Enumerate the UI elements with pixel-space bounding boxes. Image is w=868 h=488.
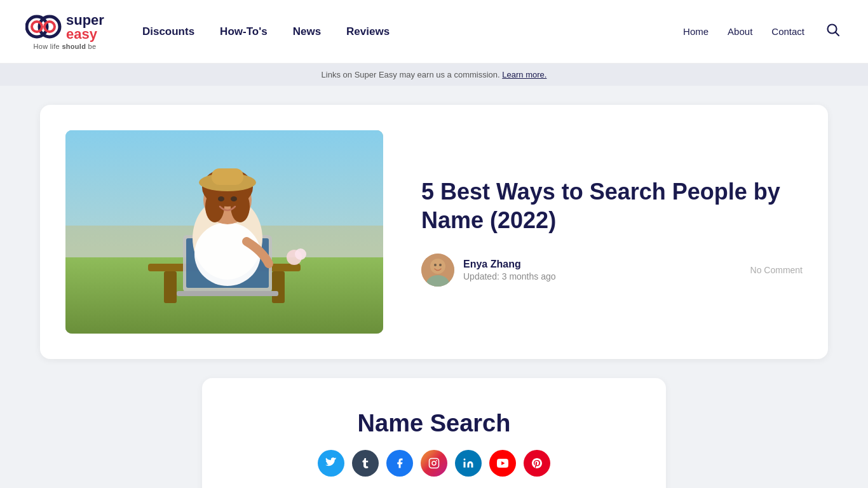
no-comment: No Comment <box>750 265 803 275</box>
svg-point-26 <box>295 248 306 260</box>
facebook-icon[interactable] <box>386 450 413 477</box>
svg-point-24 <box>231 196 237 201</box>
nav-home[interactable]: Home <box>683 26 709 37</box>
logo-circles <box>25 13 64 41</box>
nav-reviews[interactable]: Reviews <box>346 25 390 38</box>
affiliate-text: Links on Super Easy may earn us a commis… <box>322 70 500 79</box>
svg-point-28 <box>430 259 445 274</box>
nav-about[interactable]: About <box>728 26 752 37</box>
youtube-icon[interactable] <box>489 450 516 477</box>
svg-rect-14 <box>177 291 278 296</box>
main-content: 5 Best Ways to Search People by Name (20… <box>21 105 847 488</box>
logo-easy-text: easy <box>66 27 104 41</box>
affiliate-link[interactable]: Learn more. <box>502 70 546 79</box>
svg-point-23 <box>218 196 224 201</box>
article-image <box>65 130 383 334</box>
author-updated: Updated: 3 months ago <box>463 271 742 281</box>
pinterest-icon[interactable] <box>524 450 550 477</box>
article-info: 5 Best Ways to Search People by Name (20… <box>421 177 803 287</box>
nav-news[interactable]: News <box>293 25 321 38</box>
svg-rect-32 <box>430 459 439 468</box>
logo-tagline: How life should be <box>33 43 96 50</box>
article-card: 5 Best Ways to Search People by Name (20… <box>40 105 828 359</box>
linkedin-icon[interactable] <box>455 450 482 477</box>
svg-point-31 <box>439 264 442 266</box>
logo-super-text: super <box>66 13 104 27</box>
svg-point-30 <box>434 264 437 266</box>
affiliate-banner: Links on Super Easy may earn us a commis… <box>0 64 868 86</box>
svg-rect-22 <box>212 168 243 185</box>
svg-point-33 <box>432 461 436 465</box>
social-icons-row <box>227 450 641 477</box>
author-name: Enya Zhang <box>463 259 742 270</box>
right-nav: Home About Contact <box>683 20 843 43</box>
nav-howtos[interactable]: How-To's <box>220 25 268 38</box>
svg-point-20 <box>231 191 250 222</box>
instagram-icon[interactable] <box>421 450 447 477</box>
site-header: super easy How life should be Discounts … <box>0 0 868 64</box>
main-nav: Discounts How-To's News Reviews <box>142 25 683 38</box>
logo-text: super easy <box>66 13 104 41</box>
svg-point-35 <box>464 459 466 461</box>
svg-rect-10 <box>164 271 177 303</box>
twitter-icon[interactable] <box>318 450 344 477</box>
svg-point-16 <box>194 222 261 286</box>
author-row: Enya Zhang Updated: 3 months ago No Comm… <box>421 254 803 287</box>
author-avatar <box>421 254 454 287</box>
name-search-title: Name Search <box>227 410 641 437</box>
svg-line-5 <box>836 32 839 36</box>
article-title: 5 Best Ways to Search People by Name (20… <box>421 177 803 234</box>
svg-point-34 <box>436 460 437 461</box>
article-scene <box>65 130 383 334</box>
logo-icon-group: super easy <box>25 13 104 41</box>
site-logo[interactable]: super easy How life should be <box>25 13 104 50</box>
nav-discounts[interactable]: Discounts <box>142 25 194 38</box>
nav-contact[interactable]: Contact <box>771 26 804 37</box>
svg-point-19 <box>205 191 224 222</box>
name-search-section: Name Search Find contac <box>202 378 666 488</box>
search-button[interactable] <box>824 20 843 43</box>
tumblr-icon[interactable] <box>352 450 379 477</box>
author-details: Enya Zhang Updated: 3 months ago <box>463 259 742 281</box>
svg-rect-11 <box>272 271 285 303</box>
